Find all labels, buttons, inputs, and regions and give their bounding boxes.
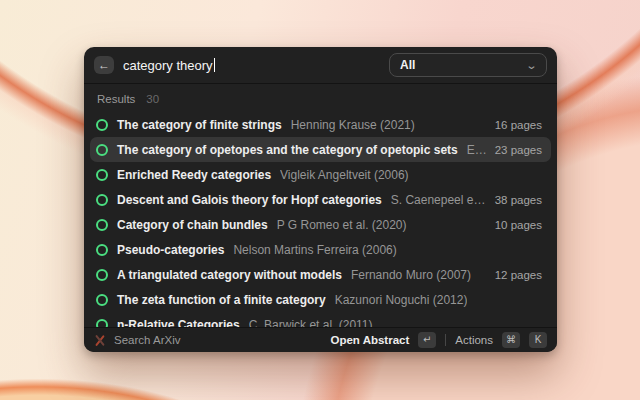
paper-circle-icon [96, 219, 108, 231]
result-title: Category of chain bundles [117, 218, 268, 232]
k-key-icon: K [529, 332, 547, 348]
result-row[interactable]: Enriched Reedy categories Vigleik Angelt… [90, 162, 551, 187]
back-arrow-icon: ← [98, 59, 110, 71]
result-author: Nelson Martins Ferreira (2006) [233, 243, 396, 257]
result-title: The zeta function of a finite category [117, 293, 326, 307]
result-author: C. Barwick et al. (2011) [249, 318, 373, 328]
paper-circle-icon [96, 269, 108, 281]
result-row-selected[interactable]: The category of opetopes and the categor… [90, 137, 551, 162]
search-input[interactable]: category theory [123, 58, 380, 73]
results-count: 30 [146, 93, 159, 105]
actions-menu-button[interactable]: Actions [455, 334, 493, 346]
paper-circle-icon [96, 194, 108, 206]
extension-name: Search ArXiv [114, 334, 180, 346]
open-abstract-button[interactable]: Open Abstract [330, 334, 409, 346]
footer-divider [445, 334, 446, 346]
result-pages: 10 pages [495, 219, 542, 231]
search-input-value: category theory [123, 58, 213, 73]
paper-circle-icon [96, 319, 108, 328]
text-cursor [214, 58, 215, 72]
result-pages: 23 pages [495, 144, 542, 156]
result-author: P G Romeo et al. (2020) [277, 218, 407, 232]
results-list: Results 30 The category of finite string… [84, 84, 557, 327]
result-title: The category of opetopes and the categor… [117, 143, 458, 157]
result-row[interactable]: Descent and Galois theory for Hopf categ… [90, 187, 551, 212]
result-pages: 38 pages [495, 194, 542, 206]
back-button[interactable]: ← [94, 56, 114, 74]
result-author: Henning Krause (2021) [291, 118, 415, 132]
result-row[interactable]: Pseudo-categories Nelson Martins Ferreir… [90, 237, 551, 262]
result-row[interactable]: n-Relative Categories C. Barwick et al. … [90, 312, 551, 327]
result-author: Fernando Muro (2007) [351, 268, 471, 282]
result-title: Descent and Galois theory for Hopf categ… [117, 193, 382, 207]
result-row[interactable]: The category of finite strings Henning K… [90, 112, 551, 137]
paper-circle-icon [96, 244, 108, 256]
result-author: Vigleik Angeltveit (2006) [280, 168, 409, 182]
result-author: Kazunori Noguchi (2012) [335, 293, 468, 307]
results-section-header: Results 30 [90, 84, 551, 112]
result-title: The category of finite strings [117, 118, 282, 132]
filter-dropdown-value: All [400, 58, 415, 72]
action-bar: Search ArXiv Open Abstract ↵ Actions ⌘ K [84, 327, 557, 352]
result-row[interactable]: The zeta function of a finite category K… [90, 287, 551, 312]
command-palette-window: ← category theory All ⌄ Results 30 The c… [84, 47, 557, 352]
result-pages: 16 pages [495, 119, 542, 131]
paper-circle-icon [96, 119, 108, 131]
result-title: A triangulated category without models [117, 268, 342, 282]
arxiv-logo-icon [94, 335, 105, 346]
paper-circle-icon [96, 169, 108, 181]
filter-dropdown[interactable]: All ⌄ [389, 53, 547, 77]
result-title: Enriched Reedy categories [117, 168, 271, 182]
command-key-icon: ⌘ [502, 332, 520, 348]
paper-circle-icon [96, 144, 108, 156]
results-label: Results [97, 93, 135, 105]
result-author: S. Caenepeel et al. (2017) [391, 193, 486, 207]
search-header: ← category theory All ⌄ [84, 47, 557, 84]
result-title: Pseudo-categories [117, 243, 224, 257]
result-row[interactable]: A triangulated category without models F… [90, 262, 551, 287]
enter-key-icon: ↵ [418, 332, 436, 348]
chevron-down-icon: ⌄ [525, 60, 537, 71]
result-author: Eugenia Cheng (2003) [467, 143, 486, 157]
result-title: n-Relative Categories [117, 318, 240, 328]
paper-circle-icon [96, 294, 108, 306]
result-row[interactable]: Category of chain bundles P G Romeo et a… [90, 212, 551, 237]
result-pages: 12 pages [495, 269, 542, 281]
